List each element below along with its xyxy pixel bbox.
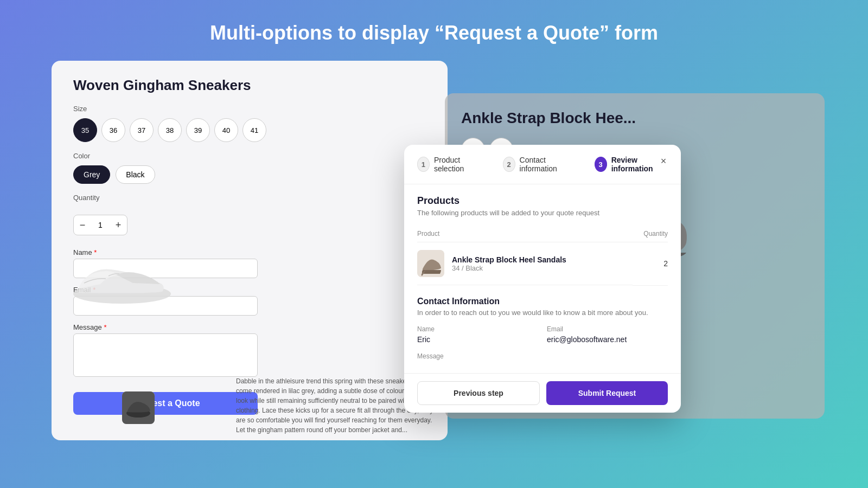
quantity-label: Quantity: [73, 194, 426, 202]
color-label: Color: [73, 152, 426, 160]
products-table: Product Quantity: [417, 226, 668, 286]
contact-section: Contact Information In order to to reach…: [417, 297, 668, 360]
products-section-subtitle: The following products will be added to …: [417, 209, 668, 217]
thumbnail-row: [122, 391, 155, 424]
sneakers-product-title: Woven Gingham Sneakers: [73, 77, 426, 94]
message-textarea[interactable]: [73, 333, 258, 377]
table-row: Ankle Strap Block Heel Sandals 34 / Blac…: [417, 242, 668, 286]
quantity-control: − 1 +: [73, 215, 127, 235]
color-options: Grey Black: [73, 165, 426, 184]
sneakers-product-card: Woven Gingham Sneakers Size 35 36 37 38 …: [52, 61, 448, 440]
contact-name-label: Name: [417, 325, 538, 333]
step-1-item[interactable]: 1 Product selection: [417, 156, 481, 173]
step-2-item[interactable]: 2 Contact information: [503, 156, 573, 173]
contact-name-value: Eric: [417, 335, 538, 344]
modal-footer: Previous step Submit Request: [404, 373, 681, 413]
quantity-increment[interactable]: +: [110, 215, 127, 235]
product-name: Ankle Strap Block Heel Sandals: [452, 255, 566, 264]
thumbnail-1[interactable]: [122, 391, 155, 424]
product-cell: Ankle Strap Block Heel Sandals 34 / Blac…: [417, 242, 633, 285]
submit-request-button[interactable]: Submit Request: [546, 381, 668, 405]
modal-close-button[interactable]: ×: [656, 153, 671, 169]
message-field: Message *: [73, 323, 426, 379]
review-modal: 1 Product selection 2 Contact informatio…: [404, 145, 681, 413]
color-btn-black[interactable]: Black: [116, 165, 155, 184]
product-variant: 34 / Black: [452, 264, 566, 272]
size-btn-35[interactable]: 35: [73, 118, 97, 142]
page-title: Multi-options to display “Request a Quot…: [0, 0, 868, 61]
contact-email-block: Email eric@globosoftware.net: [547, 325, 668, 344]
previous-step-button[interactable]: Previous step: [417, 381, 540, 405]
size-label: Size: [73, 105, 426, 113]
step-2-circle: 2: [503, 157, 515, 172]
contact-grid: Name Eric Email eric@globosoftware.net: [417, 325, 668, 344]
sneaker-illustration: [68, 245, 176, 312]
color-btn-grey[interactable]: Grey: [73, 165, 110, 184]
contact-section-subtitle: In order to to reach out to you we would…: [417, 309, 668, 317]
quantity-value: 1: [91, 221, 110, 229]
product-thumbnail: [417, 250, 444, 277]
size-btn-37[interactable]: 37: [130, 118, 154, 142]
product-col-header: Product: [417, 226, 633, 242]
contact-email-label: Email: [547, 325, 668, 333]
size-options: 35 36 37 38 39 40 41: [73, 118, 426, 142]
request-quote-button[interactable]: Request a Quote: [73, 392, 258, 415]
modal-stepper: 1 Product selection 2 Contact informatio…: [404, 145, 681, 184]
contact-name-block: Name Eric: [417, 325, 538, 344]
contact-section-title: Contact Information: [417, 297, 668, 306]
size-btn-38[interactable]: 38: [158, 118, 182, 142]
heel-product-title: Ankle Strap Block Hee...: [445, 93, 825, 127]
size-btn-40[interactable]: 40: [214, 118, 238, 142]
size-btn-36[interactable]: 36: [101, 118, 125, 142]
step-1-label: Product selection: [434, 156, 481, 173]
step-3-circle: 3: [595, 157, 607, 172]
contact-email-value: eric@globosoftware.net: [547, 335, 668, 344]
product-quantity: 2: [633, 242, 668, 286]
product-info: Ankle Strap Block Heel Sandals 34 / Blac…: [444, 255, 566, 272]
step-1-circle: 1: [417, 157, 430, 172]
modal-body: Products The following products will be …: [404, 184, 681, 373]
message-label: Message *: [73, 323, 426, 331]
products-section-title: Products: [417, 195, 668, 207]
size-btn-39[interactable]: 39: [186, 118, 210, 142]
quantity-col-header: Quantity: [633, 226, 668, 242]
cards-area: Woven Gingham Sneakers Size 35 36 37 38 …: [0, 61, 868, 451]
size-btn-41[interactable]: 41: [242, 118, 266, 142]
step-2-label: Contact information: [520, 156, 573, 173]
contact-message-label: Message: [417, 352, 668, 360]
quantity-decrement[interactable]: −: [74, 215, 91, 235]
